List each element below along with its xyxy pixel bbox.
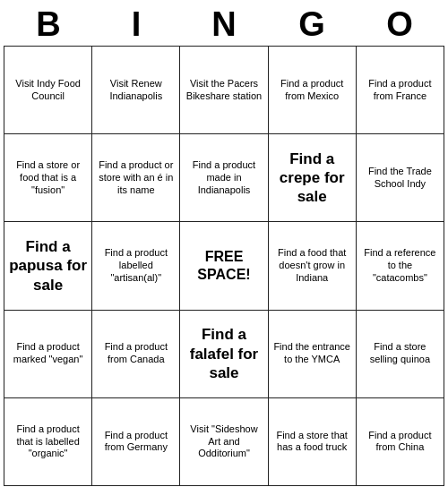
bingo-cell-1-4: Find the Trade School Indy <box>357 134 444 222</box>
bingo-cell-2-2: FREE SPACE! <box>180 222 268 310</box>
bingo-cell-4-1: Find a product from Germany <box>92 398 180 486</box>
bingo-cell-0-2: Visit the Pacers Bikeshare station <box>180 47 268 134</box>
bingo-letter: G <box>273 5 350 44</box>
bingo-cell-3-2: Find a falafel for sale <box>180 311 268 398</box>
bingo-cell-4-3: Find a store that has a food truck <box>269 398 357 486</box>
bingo-letter: N <box>185 5 263 44</box>
bingo-cell-3-1: Find a product from Canada <box>92 311 180 398</box>
bingo-cell-1-0: Find a store or food that is a "fusion" <box>4 134 92 222</box>
bingo-cell-4-0: Find a product that is labelled "organic… <box>4 398 92 486</box>
bingo-header: BINGO <box>4 0 444 46</box>
bingo-cell-2-3: Find a food that doesn't grow in Indiana <box>269 222 357 310</box>
bingo-cell-4-2: Visit "Sideshow Art and Odditorium" <box>180 398 268 486</box>
bingo-cell-3-4: Find a store selling quinoa <box>357 311 444 398</box>
bingo-letter: B <box>10 5 87 44</box>
bingo-cell-0-0: Visit Indy Food Council <box>4 47 92 134</box>
bingo-cell-3-0: Find a product marked "vegan" <box>4 311 92 398</box>
bingo-cell-1-1: Find a product or store with an é in its… <box>92 134 180 222</box>
bingo-grid: Visit Indy Food CouncilVisit Renew India… <box>4 46 444 486</box>
bingo-cell-0-3: Find a product from Mexico <box>269 47 357 134</box>
bingo-cell-1-3: Find a crepe for sale <box>269 134 357 222</box>
bingo-cell-4-4: Find a product from China <box>357 398 444 486</box>
bingo-cell-2-1: Find a product labelled "artisan(al)" <box>92 222 180 310</box>
bingo-cell-2-4: Find a reference to the "catacombs" <box>357 222 444 310</box>
bingo-cell-3-3: Find the entrance to the YMCA <box>269 311 357 398</box>
bingo-letter: I <box>98 5 175 44</box>
bingo-cell-0-4: Find a product from France <box>357 47 444 134</box>
bingo-letter: O <box>361 5 438 44</box>
bingo-cell-0-1: Visit Renew Indianapolis <box>92 47 180 134</box>
bingo-cell-1-2: Find a product made in Indianapolis <box>180 134 268 222</box>
bingo-cell-2-0: Find a papusa for sale <box>4 222 92 310</box>
